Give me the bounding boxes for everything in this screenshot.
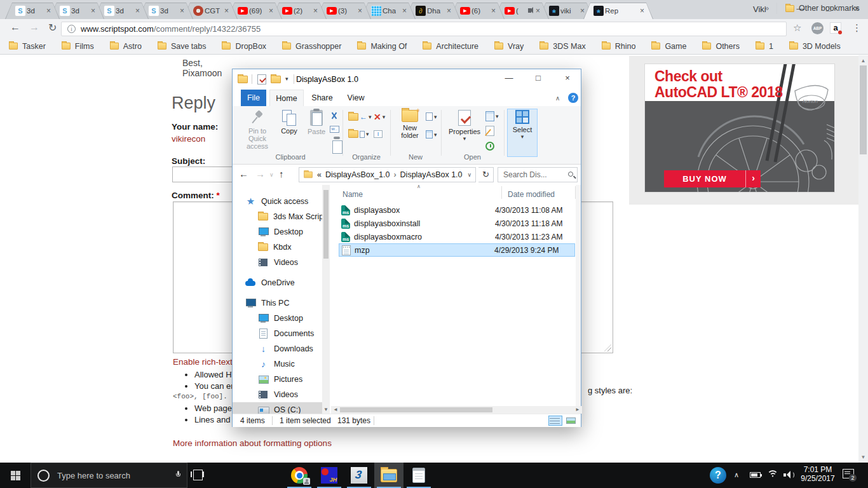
properties-button[interactable]: Properties ▾ — [446, 110, 483, 152]
tab-close-icon[interactable]: × — [358, 6, 362, 15]
bookmark-item[interactable]: 1 — [756, 42, 773, 51]
tab-close-icon[interactable]: × — [224, 6, 229, 15]
column-name[interactable]: Name — [342, 190, 363, 199]
taskbar-search-input[interactable]: Type here to search — [31, 463, 187, 488]
breadcrumb-current[interactable]: DisplayAsBox 1.0 — [400, 170, 463, 179]
volume-icon[interactable] — [783, 471, 794, 479]
chrome-menu-icon[interactable]: ⋮ — [852, 22, 862, 34]
taskbar-app-jh-app[interactable] — [315, 463, 344, 488]
bookmark-item[interactable]: Tasker — [9, 42, 46, 51]
file-pane-scrollbar[interactable] — [576, 185, 581, 414]
details-view-button[interactable] — [548, 416, 562, 426]
browser-tab-14[interactable]: *Rep× — [583, 3, 653, 19]
formatting-options-link[interactable]: More information about formatting option… — [173, 438, 332, 448]
qat-customize-icon[interactable]: ▾ — [285, 76, 288, 82]
sidebar-item-kbdx[interactable]: Kbdx — [233, 240, 322, 255]
explorer-maximize-button[interactable]: □ — [524, 69, 553, 88]
bookmark-item[interactable]: Rhino — [602, 42, 636, 51]
sidebar-item-desktop[interactable]: Desktop — [233, 311, 322, 326]
bookmark-item[interactable]: Architecture — [423, 42, 478, 51]
column-divider[interactable] — [501, 186, 502, 199]
delete-button[interactable]: ✕▾ — [374, 112, 385, 121]
bookmark-item[interactable]: 3D Models — [789, 42, 841, 51]
file-row-mzp[interactable]: mzp4/29/2013 9:24 PM — [339, 243, 575, 257]
select-button[interactable]: Select ▾ — [508, 110, 536, 152]
file-row-displayasbox[interactable]: msdisplayasbox4/30/2013 11:08 AM — [339, 203, 575, 217]
scrollbar-thumb[interactable] — [860, 65, 867, 154]
action-center-icon[interactable]: 2 — [843, 469, 855, 480]
sidebar-item-downloads[interactable]: ↓Downloads — [233, 341, 322, 356]
tab-close-icon[interactable]: × — [46, 6, 51, 15]
bookmark-item[interactable]: Save tabs — [158, 42, 207, 51]
edit-button[interactable] — [485, 126, 494, 136]
thumbnail-view-button[interactable] — [564, 416, 578, 426]
copy-to-button[interactable]: ▾ — [348, 130, 369, 138]
bookmark-item[interactable]: Making Of — [357, 42, 407, 51]
sidebar-item-pictures[interactable]: Pictures — [233, 372, 322, 387]
breadcrumb-chevrons[interactable]: « — [317, 170, 322, 179]
breadcrumb-bar[interactable]: « DisplayAsBox_1.0 › DisplayAsBox 1.0 ∨ — [299, 167, 476, 182]
bookmark-item[interactable]: Others — [702, 42, 740, 51]
new-item-button[interactable]: ▾ — [426, 112, 437, 121]
sidebar-item-documents[interactable]: Documents — [233, 326, 322, 341]
tab-close-icon[interactable]: × — [640, 6, 644, 15]
qat-properties-icon[interactable] — [257, 74, 266, 85]
address-dropdown-icon[interactable]: ∨ — [467, 172, 471, 178]
taskbar-clock[interactable]: 7:01 PM 9/25/2017 — [798, 465, 837, 483]
collapse-ribbon-icon[interactable]: ∧ — [555, 95, 560, 102]
scrollbar-thumb[interactable] — [323, 190, 329, 259]
history-button[interactable] — [485, 142, 494, 151]
sidebar-item-videos[interactable]: Videos — [233, 387, 322, 402]
task-view-button[interactable] — [191, 468, 205, 481]
taskbar-app-explorer[interactable] — [374, 463, 403, 488]
tab-close-icon[interactable]: × — [491, 6, 496, 15]
bookmark-item[interactable]: 3DS Max — [539, 42, 585, 51]
nav-up-icon[interactable]: ↑ — [279, 168, 284, 179]
open-button[interactable]: ▾ — [485, 111, 499, 121]
page-info-icon[interactable]: i — [67, 25, 76, 33]
microphone-icon[interactable] — [176, 471, 180, 478]
sidebar-item-3ds-max-scripts[interactable]: 3ds Max Scripts — [233, 209, 322, 224]
nav-history-chevron-icon[interactable]: ∨ — [269, 172, 274, 178]
tab-close-icon[interactable]: × — [269, 6, 273, 15]
taskbar-app-notepad[interactable] — [404, 463, 433, 488]
sidebar-item-videos[interactable]: Videos — [233, 255, 322, 270]
tab-close-icon[interactable]: × — [135, 6, 140, 15]
scroll-right-icon[interactable]: ► — [575, 407, 580, 412]
scrollbar-thumb[interactable] — [340, 407, 492, 412]
tab-share[interactable]: Share — [306, 90, 338, 106]
sidebar-item-quick-access[interactable]: ★Quick access — [233, 194, 322, 209]
copy-button[interactable]: Copy — [276, 110, 302, 152]
help-icon[interactable]: ? — [568, 93, 578, 103]
browser-tab-1[interactable]: S3d× — [5, 3, 60, 19]
bookmark-star-icon[interactable]: ☆ — [793, 22, 801, 34]
horizontal-scrollbar[interactable]: ◄ ► — [331, 406, 582, 414]
tab-home[interactable]: Home — [269, 90, 304, 106]
reload-icon[interactable]: ↻ — [48, 22, 57, 34]
explorer-minimize-button[interactable]: — — [494, 69, 524, 88]
file-row-displayasboxmacro[interactable]: msdisplayasboxmacro4/30/2013 11:23 AM — [339, 230, 575, 243]
scroll-up-icon[interactable]: ▲ — [858, 58, 868, 64]
sidebar-item-music[interactable]: ♪Music — [233, 356, 322, 372]
autocad-ad-banner[interactable]: Check out AutoCAD LT® 2018 Norton BUY NO… — [644, 64, 835, 193]
file-row-displayasboxinstall[interactable]: msdisplayasboxinstall4/30/2013 11:18 AM — [339, 217, 575, 230]
other-bookmarks-button[interactable]: Other bookmarks — [785, 0, 860, 17]
resize-grip[interactable] — [604, 344, 611, 351]
tab-close-icon[interactable]: × — [536, 6, 540, 15]
enable-richtext-link[interactable]: Enable rich-text — [173, 357, 233, 367]
scroll-down-icon[interactable]: ▼ — [322, 407, 330, 412]
tab-close-icon[interactable]: × — [402, 6, 407, 15]
nav-forward-icon[interactable]: → — [255, 168, 265, 179]
rename-button[interactable]: I — [374, 130, 383, 138]
tab-file[interactable]: File — [241, 90, 266, 106]
new-folder-button[interactable]: New folder — [395, 110, 424, 152]
tab-view[interactable]: View — [341, 90, 371, 106]
bookmark-item[interactable]: Grasshopper — [282, 42, 341, 51]
back-icon[interactable]: ← — [10, 22, 20, 33]
forward-icon[interactable]: → — [29, 22, 39, 33]
explorer-close-button[interactable]: × — [553, 69, 582, 88]
nav-back-icon[interactable]: ← — [239, 168, 248, 179]
pin-to-quick-access-button[interactable]: Pin to Quick access — [241, 110, 274, 152]
bookmark-item[interactable]: DropBox — [222, 42, 266, 51]
bookmarks-overflow-chevron[interactable]: » — [764, 3, 769, 13]
